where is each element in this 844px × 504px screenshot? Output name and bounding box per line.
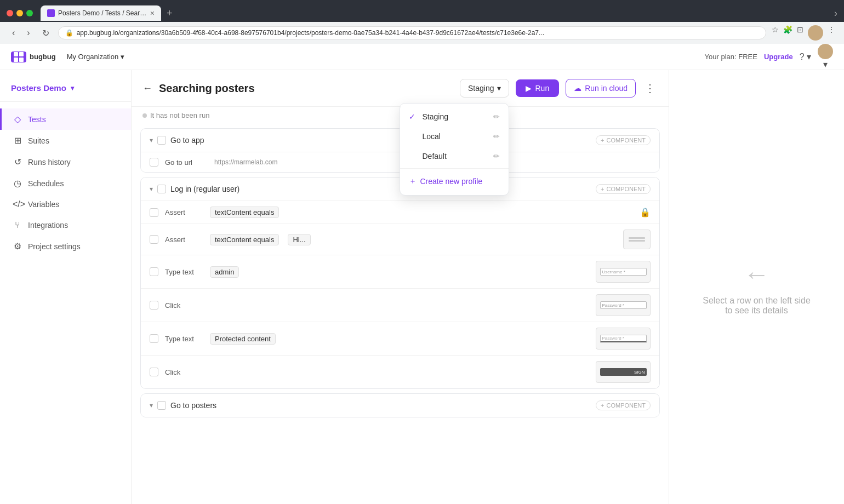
extensions-icon[interactable]: 🧩	[783, 25, 792, 41]
edit-icon[interactable]: ✏	[493, 132, 500, 141]
test-panel: ← Searching posters Staging ▾ ✓ Staging …	[132, 70, 669, 504]
tab-bar: Posters Demo / Tests / Searchi... × + ›	[0, 0, 844, 22]
step-group-log-in: ▾ Log in (regular user) + COMPONENT Asse…	[140, 177, 660, 389]
sidebar-item-label: Variables	[28, 200, 59, 209]
sidebar-item-label: Runs history	[28, 158, 71, 167]
step-checkbox[interactable]	[150, 267, 158, 276]
step-row-click-sign[interactable]: Click SIGN	[141, 355, 659, 388]
minimize-dot[interactable]	[16, 10, 23, 16]
plan-text: Your plan: FREE	[705, 53, 757, 61]
step-checkbox[interactable]	[150, 235, 158, 244]
close-dot[interactable]	[7, 10, 13, 16]
group-checkbox[interactable]	[157, 185, 166, 193]
sidebar-item-project-settings[interactable]: ⚙ Project settings	[0, 236, 131, 257]
org-name: My Organization	[67, 53, 119, 61]
step-url-value: https://marmelab.com	[214, 158, 277, 166]
new-tab-button[interactable]: +	[167, 8, 173, 19]
run-cloud-button[interactable]: ☁ Run in cloud	[566, 79, 636, 98]
create-profile-button[interactable]: ＋ Create new profile	[400, 171, 509, 192]
back-nav-button[interactable]: ‹	[9, 27, 18, 39]
sidebar-toggle-icon[interactable]: ⊡	[797, 25, 803, 41]
bookmark-icon[interactable]: ☆	[772, 25, 779, 41]
dropdown-item-default[interactable]: Default ✏	[400, 146, 509, 166]
sidebar-item-schedules[interactable]: ◷ Schedules	[0, 173, 131, 194]
step-group-go-to-posters: ▾ Go to posters + COMPONENT	[140, 393, 660, 417]
org-selector[interactable]: My Organization ▾	[67, 53, 125, 61]
step-checkbox[interactable]	[150, 301, 158, 310]
user-button[interactable]: ▾	[818, 44, 833, 70]
secure-icon: 🔒	[65, 29, 73, 37]
sidebar-item-variables[interactable]: </> Variables	[0, 194, 131, 215]
tab-favicon	[47, 9, 55, 17]
schedules-icon: ◷	[13, 178, 22, 188]
edit-icon[interactable]: ✏	[493, 112, 500, 121]
sidebar: Posters Demo ▾ ◇ Tests ⊞ Suites ↺ Runs h…	[0, 70, 132, 504]
browser-profile-avatar[interactable]	[808, 25, 823, 41]
right-panel-line1: Select a row on the left side	[703, 296, 811, 306]
maximize-dot[interactable]	[26, 10, 33, 16]
component-label: COMPONENT	[607, 402, 646, 409]
help-button[interactable]: ? ▾	[800, 51, 811, 62]
active-tab[interactable]: Posters Demo / Tests / Searchi... ×	[41, 5, 161, 21]
component-badge: + COMPONENT	[596, 400, 651, 410]
integrations-icon: ⑂	[13, 220, 22, 230]
sidebar-item-suites[interactable]: ⊞ Suites	[0, 130, 131, 151]
group-title: Go to app	[170, 136, 591, 145]
step-checkbox[interactable]	[150, 368, 158, 376]
check-icon: ✓	[409, 112, 418, 121]
component-label: COMPONENT	[607, 137, 646, 144]
logo: bugbug	[11, 51, 56, 62]
help-icon: ?	[800, 52, 805, 61]
org-chevron-icon: ▾	[121, 53, 124, 61]
create-profile-label: Create new profile	[420, 177, 482, 186]
tab-close-icon[interactable]: ×	[150, 9, 155, 18]
sidebar-item-runs-history[interactable]: ↺ Runs history	[0, 151, 131, 173]
step-row-assert-2[interactable]: Assert textContent equals Hi...	[141, 224, 659, 255]
step-value: admin	[210, 266, 239, 278]
step-type: Click	[165, 368, 203, 376]
component-badge: + COMPONENT	[596, 135, 651, 145]
step-checkbox[interactable]	[150, 334, 158, 343]
step-type: Type text	[165, 268, 203, 276]
browser-window: Posters Demo / Tests / Searchi... × + › …	[0, 0, 844, 44]
step-value: Protected content	[210, 333, 276, 345]
run-button[interactable]: ▶ Run	[516, 79, 559, 97]
browser-menu-icon[interactable]: ⋮	[828, 25, 835, 41]
step-checkbox[interactable]	[150, 208, 158, 217]
right-panel: ← Select a row on the left side to see i…	[669, 70, 844, 504]
step-row-type-protected[interactable]: Type text Protected content Password *	[141, 322, 659, 355]
variables-icon: </>	[13, 199, 22, 209]
url-text: app.bugbug.io/organizations/30a6b509-4f6…	[77, 29, 544, 37]
more-options-button[interactable]: ⋮	[642, 79, 658, 97]
group-checkbox[interactable]	[157, 401, 166, 410]
upgrade-link[interactable]: Upgrade	[764, 53, 793, 61]
url-input[interactable]: 🔒 app.bugbug.io/organizations/30a6b509-4…	[58, 26, 766, 39]
tests-icon: ◇	[13, 114, 22, 124]
step-row-type-admin[interactable]: Type text admin Username *	[141, 255, 659, 288]
env-selector-button[interactable]: Staging ▾	[460, 79, 509, 98]
project-name: Posters Demo	[11, 83, 66, 93]
group-checkbox[interactable]	[157, 136, 166, 145]
step-row-assert-1[interactable]: Assert textContent equals 🔒	[141, 201, 659, 224]
edit-icon[interactable]: ✏	[493, 152, 500, 161]
reload-button[interactable]: ↻	[39, 27, 53, 39]
sidebar-item-integrations[interactable]: ⑂ Integrations	[0, 215, 131, 236]
dropdown-item-staging[interactable]: ✓ Staging ✏	[400, 107, 509, 127]
component-badge: + COMPONENT	[596, 184, 651, 194]
back-button[interactable]: ←	[142, 83, 152, 94]
step-group-header-go-to-posters[interactable]: ▾ Go to posters + COMPONENT	[141, 394, 659, 417]
group-title: Go to posters	[170, 401, 591, 410]
step-tag-value: Hi...	[288, 234, 310, 245]
sidebar-item-tests[interactable]: ◇ Tests	[0, 108, 131, 130]
component-icon: +	[601, 186, 604, 192]
project-selector[interactable]: Posters Demo ▾	[0, 79, 131, 102]
step-row-click-password[interactable]: Click Password *	[141, 288, 659, 322]
dropdown-item-local[interactable]: Local ✏	[400, 127, 509, 146]
env-chevron-icon: ▾	[497, 84, 501, 93]
forward-nav-button[interactable]: ›	[24, 27, 33, 39]
logo-text: bugbug	[30, 53, 56, 61]
step-checkbox[interactable]	[150, 158, 158, 167]
step-type: Assert	[165, 236, 203, 244]
app-container: bugbug My Organization ▾ Your plan: FREE…	[0, 44, 844, 504]
step-type: Assert	[165, 208, 203, 216]
